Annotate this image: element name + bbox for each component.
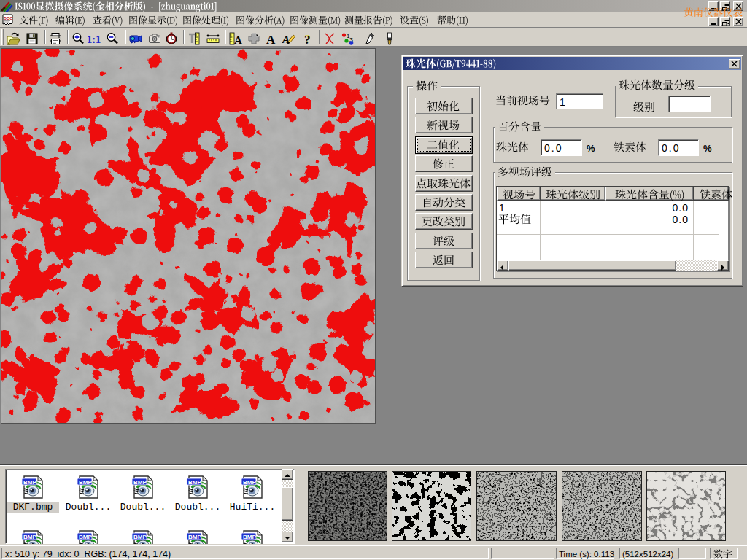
svg-text:1:1: 1:1 xyxy=(87,34,101,45)
svg-text:?: ? xyxy=(304,33,311,47)
svg-text:A: A xyxy=(266,33,276,47)
svg-text:A: A xyxy=(234,34,242,46)
svg-text:DOC: DOC xyxy=(4,16,12,20)
